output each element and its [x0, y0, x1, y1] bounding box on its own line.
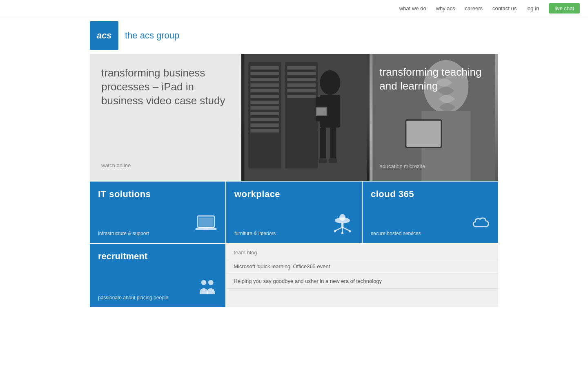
svg-line-42	[335, 227, 342, 231]
svg-rect-5	[250, 78, 279, 81]
logo[interactable]: acs	[90, 21, 118, 50]
server-room-svg	[241, 54, 370, 181]
svg-rect-19	[287, 89, 316, 92]
blog-header: team blog	[226, 244, 498, 259]
tile-it-bottom: infrastructure & support	[98, 212, 217, 236]
feature-row: transforming business processes – iPad i…	[90, 54, 498, 181]
tile-cloud-bottom: secure hosted services	[371, 212, 490, 236]
tile-workplace-subtitle: furniture & interiors	[234, 231, 276, 236]
blog-panel: team blog Microsoft 'quick learning' Off…	[226, 244, 498, 307]
svg-rect-40	[339, 214, 345, 221]
tile-workplace-title: workplace	[234, 189, 354, 200]
svg-point-49	[208, 280, 214, 285]
svg-point-21	[320, 70, 340, 95]
tile-cloud365[interactable]: cloud 365 secure hosted services	[363, 182, 498, 243]
nav-what-we-do[interactable]: what we do	[399, 5, 426, 11]
svg-rect-15	[287, 66, 316, 70]
logo-text: acs	[97, 30, 112, 41]
tile-recruitment[interactable]: recruitment passionate about placing peo…	[90, 244, 225, 307]
tile-cloud-title: cloud 365	[371, 189, 490, 200]
svg-rect-4	[250, 72, 279, 75]
feature-left-heading: transforming business processes – iPad i…	[101, 66, 230, 108]
svg-rect-6	[250, 83, 279, 87]
svg-rect-9	[250, 101, 279, 104]
feature-panel-right[interactable]: transforming teaching and learning educa…	[370, 54, 498, 181]
nav-contact-us[interactable]: contact us	[492, 5, 517, 11]
blog-item-0[interactable]: Microsoft 'quick learning' Office365 eve…	[226, 259, 498, 274]
main-content: transforming business processes – iPad i…	[0, 54, 588, 323]
blog-item-1[interactable]: Helping you say goodbye and usher in a n…	[226, 274, 498, 289]
svg-point-45	[334, 230, 336, 233]
svg-rect-30	[329, 158, 337, 163]
tile-recruitment-subtitle: passionate about placing people	[98, 295, 168, 301]
feature-right-overlay: transforming teaching and learning educa…	[370, 54, 498, 181]
svg-rect-10	[250, 106, 279, 110]
svg-point-47	[341, 232, 344, 235]
svg-rect-17	[287, 78, 316, 81]
top-navigation: what we do why acs careers contact us lo…	[0, 0, 588, 17]
svg-rect-28	[330, 128, 336, 160]
svg-rect-38	[204, 228, 208, 229]
svg-rect-7	[250, 89, 279, 92]
svg-line-43	[343, 227, 350, 231]
svg-rect-41	[341, 223, 344, 227]
service-tiles-row2: recruitment passionate about placing peo…	[90, 244, 498, 307]
service-tiles-row1: IT solutions infrastructure & support wo…	[90, 182, 498, 243]
feature-panel-left[interactable]: transforming business processes – iPad i…	[90, 54, 241, 181]
cloud-icon	[468, 212, 490, 236]
svg-rect-24	[328, 97, 336, 121]
svg-rect-3	[250, 66, 279, 70]
tile-it-title: IT solutions	[98, 189, 217, 200]
svg-rect-8	[250, 95, 279, 98]
feature-right-cta[interactable]: education microsite	[379, 163, 488, 169]
svg-rect-13	[250, 123, 279, 127]
svg-rect-11	[250, 112, 279, 115]
server-room-image	[241, 54, 370, 181]
svg-rect-27	[320, 128, 326, 160]
tile-it-solutions[interactable]: IT solutions infrastructure & support	[90, 182, 225, 243]
laptop-icon	[195, 212, 217, 236]
svg-rect-29	[318, 158, 327, 163]
tile-workplace-bottom: furniture & interiors	[234, 212, 354, 236]
tile-recruitment-title: recruitment	[98, 251, 217, 262]
tile-it-subtitle: infrastructure & support	[98, 231, 149, 236]
svg-point-46	[349, 230, 351, 233]
site-header: acs the acs group	[0, 17, 588, 54]
svg-rect-26	[316, 108, 326, 115]
svg-rect-12	[250, 118, 279, 121]
svg-rect-14	[250, 129, 279, 132]
tile-recruitment-bottom: passionate about placing people	[98, 276, 217, 301]
feature-panel-center[interactable]	[241, 54, 370, 181]
site-title: the acs group	[125, 30, 179, 41]
feature-left-cta[interactable]: watch online	[101, 162, 230, 168]
tile-workplace[interactable]: workplace furniture & interiors	[226, 182, 362, 243]
svg-rect-20	[287, 95, 316, 98]
svg-rect-37	[199, 218, 213, 226]
nav-log-in[interactable]: log in	[526, 5, 539, 11]
nav-live-chat[interactable]: live chat	[549, 3, 580, 13]
nav-careers[interactable]: careers	[465, 5, 483, 11]
tile-cloud-subtitle: secure hosted services	[371, 231, 421, 236]
svg-rect-18	[287, 83, 316, 87]
feature-right-heading: transforming teaching and learning	[379, 65, 488, 93]
chair-icon	[331, 212, 354, 236]
people-icon	[195, 276, 217, 301]
svg-rect-16	[287, 72, 316, 75]
nav-why-acs[interactable]: why acs	[436, 5, 455, 11]
svg-point-48	[201, 280, 207, 285]
